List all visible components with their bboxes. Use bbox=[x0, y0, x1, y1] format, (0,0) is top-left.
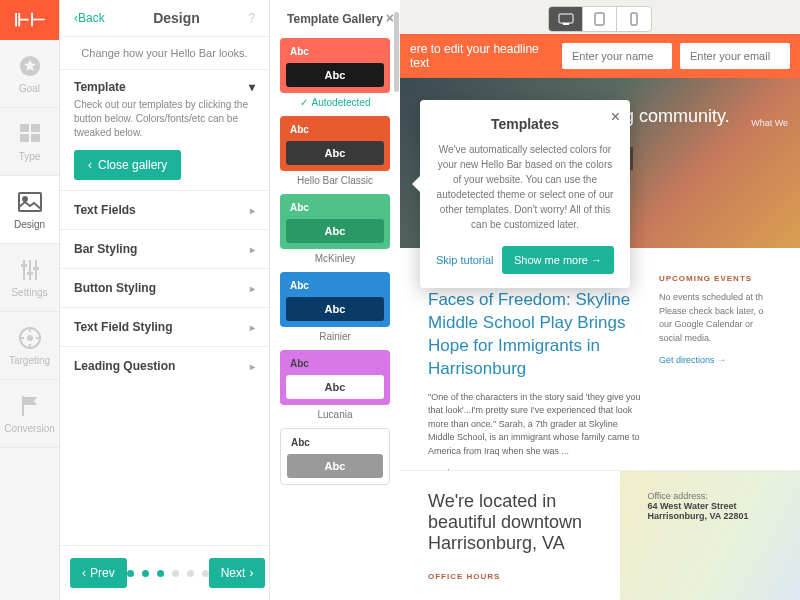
template-gallery: Template Gallery × AbcAbc✓AutodetectedAb… bbox=[270, 0, 400, 600]
back-link[interactable]: ‹ Back bbox=[74, 11, 105, 25]
template-sample-button: Abc bbox=[287, 454, 383, 478]
pin-icon bbox=[17, 325, 43, 351]
template-sample-button: Abc bbox=[286, 219, 384, 243]
step-dot[interactable] bbox=[202, 570, 209, 577]
svg-rect-16 bbox=[559, 14, 573, 23]
events-label: UPCOMING EVENTS bbox=[659, 274, 772, 283]
rail-label: Targeting bbox=[9, 355, 50, 366]
scrollbar[interactable] bbox=[394, 12, 399, 92]
chevron-right-icon: ▸ bbox=[250, 205, 255, 216]
logo[interactable]: ⊩⊢ bbox=[0, 0, 59, 40]
template-card[interactable]: AbcAbcMcKinley bbox=[280, 194, 390, 264]
template-sample-button: Abc bbox=[286, 141, 384, 165]
chevron-right-icon: ▸ bbox=[250, 322, 255, 333]
next-button[interactable]: Next› bbox=[209, 558, 266, 588]
headline-text[interactable]: ere to edit your headline text bbox=[410, 42, 554, 70]
svg-rect-3 bbox=[20, 134, 29, 142]
step-dot[interactable] bbox=[127, 570, 134, 577]
hello-bar-preview: ere to edit your headline text bbox=[400, 34, 800, 78]
office-hours-label: OFFICE HOURS bbox=[428, 572, 627, 581]
template-sample-button: Abc bbox=[286, 375, 384, 399]
rail-label: Type bbox=[19, 151, 41, 162]
rail-goal[interactable]: Goal bbox=[0, 40, 59, 108]
template-sample-top: Abc bbox=[286, 122, 384, 137]
device-desktop[interactable] bbox=[549, 7, 583, 31]
image-icon bbox=[17, 189, 43, 215]
panel-header: ‹ Back Design ? bbox=[60, 0, 269, 37]
template-card[interactable]: AbcAbcHello Bar Classic bbox=[280, 116, 390, 186]
svg-point-6 bbox=[23, 197, 27, 201]
svg-point-14 bbox=[27, 335, 33, 341]
template-card[interactable]: AbcAbc✓Autodetected bbox=[280, 38, 390, 108]
close-icon[interactable]: × bbox=[386, 10, 394, 26]
flag-icon bbox=[17, 393, 43, 419]
template-sample-top: Abc bbox=[287, 435, 383, 450]
svg-rect-12 bbox=[33, 267, 39, 270]
step-dot[interactable] bbox=[187, 570, 194, 577]
row-label: Button Styling bbox=[74, 281, 156, 295]
row-bar-styling[interactable]: Bar Styling▸ bbox=[60, 229, 269, 268]
rail-targeting[interactable]: Targeting bbox=[0, 312, 59, 380]
get-directions-link[interactable]: Get directions → bbox=[659, 355, 726, 365]
chevron-right-icon: ▸ bbox=[250, 283, 255, 294]
row-leading-question[interactable]: Leading Question▸ bbox=[60, 346, 269, 385]
location-title: We're located in beautiful downtown Harr… bbox=[428, 491, 627, 554]
svg-rect-17 bbox=[563, 23, 569, 25]
step-dots bbox=[127, 570, 209, 577]
preview-pane: ere to edit your headline text What We B… bbox=[400, 0, 800, 600]
rail-conversion[interactable]: Conversion bbox=[0, 380, 59, 448]
email-input[interactable] bbox=[680, 43, 790, 69]
svg-rect-19 bbox=[631, 13, 637, 25]
prev-label: Prev bbox=[90, 566, 115, 580]
row-text-fields[interactable]: Text Fields▸ bbox=[60, 190, 269, 229]
svg-rect-2 bbox=[31, 124, 40, 132]
template-name: ✓Autodetected bbox=[280, 97, 390, 108]
office-address-label: Office address: bbox=[647, 491, 772, 501]
template-sample-top: Abc bbox=[286, 44, 384, 59]
help-icon[interactable]: ? bbox=[248, 11, 255, 25]
rail-settings[interactable]: Settings bbox=[0, 244, 59, 312]
left-nav-rail: ⊩⊢ Goal Type Design Settings Targeting C… bbox=[0, 0, 60, 600]
star-icon bbox=[17, 53, 43, 79]
article-title[interactable]: Faces of Freedom: Skyline Middle School … bbox=[428, 289, 643, 381]
close-gallery-button[interactable]: ‹ Close gallery bbox=[74, 150, 181, 180]
rail-type[interactable]: Type bbox=[0, 108, 59, 176]
skip-tutorial-link[interactable]: Skip tutorial bbox=[436, 254, 493, 266]
device-tablet[interactable] bbox=[583, 7, 617, 31]
step-dot[interactable] bbox=[157, 570, 164, 577]
popup-actions: Skip tutorial Show me more → bbox=[436, 246, 614, 274]
row-button-styling[interactable]: Button Styling▸ bbox=[60, 268, 269, 307]
svg-rect-15 bbox=[22, 396, 24, 416]
rail-label: Design bbox=[14, 219, 45, 230]
prev-button[interactable]: ‹Prev bbox=[70, 558, 127, 588]
sliders-icon bbox=[17, 257, 43, 283]
hero-nav-text: What We bbox=[751, 118, 788, 128]
template-name: Hello Bar Classic bbox=[280, 175, 390, 186]
template-name: Rainier bbox=[280, 331, 390, 342]
svg-rect-10 bbox=[21, 264, 27, 267]
template-card[interactable]: AbcAbcLucania bbox=[280, 350, 390, 420]
show-more-button[interactable]: Show me more → bbox=[502, 246, 614, 274]
close-icon[interactable]: × bbox=[611, 108, 620, 126]
popup-body: We've automatically selected colors for … bbox=[436, 142, 614, 232]
row-text-field-styling[interactable]: Text Field Styling▸ bbox=[60, 307, 269, 346]
back-label: Back bbox=[78, 11, 105, 25]
template-sample-button: Abc bbox=[286, 297, 384, 321]
location-block: We're located in beautiful downtown Harr… bbox=[400, 470, 800, 600]
grid-icon bbox=[17, 121, 43, 147]
name-input[interactable] bbox=[562, 43, 672, 69]
gallery-title-text: Template Gallery bbox=[287, 12, 383, 26]
rail-label: Settings bbox=[11, 287, 47, 298]
template-sample-button: Abc bbox=[286, 63, 384, 87]
device-mobile[interactable] bbox=[617, 7, 651, 31]
template-heading[interactable]: Template ▾ bbox=[74, 80, 255, 94]
gallery-list: AbcAbc✓AutodetectedAbcAbcHello Bar Class… bbox=[270, 34, 400, 493]
rail-design[interactable]: Design bbox=[0, 176, 59, 244]
location-right: Office address: 64 West Water Street Har… bbox=[647, 491, 772, 600]
close-gallery-label: Close gallery bbox=[98, 158, 167, 172]
template-card[interactable]: AbcAbcRainier bbox=[280, 272, 390, 342]
step-dot[interactable] bbox=[172, 570, 179, 577]
template-card[interactable]: AbcAbc bbox=[280, 428, 390, 485]
step-dot[interactable] bbox=[142, 570, 149, 577]
rail-label: Goal bbox=[19, 83, 40, 94]
